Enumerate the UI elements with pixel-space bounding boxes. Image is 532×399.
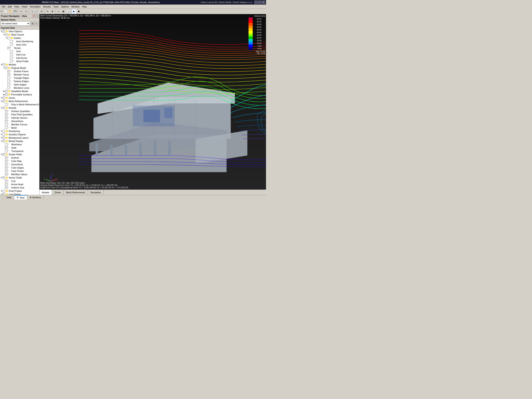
tree-item-23[interactable]: ▫Only in Mesh Refinement Editor <box>0 103 39 106</box>
tree-expand-icon[interactable]: ▼ <box>0 153 2 155</box>
tree-expand-icon[interactable] <box>5 74 7 76</box>
toolbar-zoom-out[interactable]: 🔎 <box>34 9 39 14</box>
tree-item-33[interactable]: ▼📁Background Layers <box>0 136 39 139</box>
tree-checkbox[interactable] <box>5 117 7 119</box>
tree-container[interactable]: ▼📁View Options▼📁Wind Tunnel▼📁Outline▫Axe… <box>0 30 39 195</box>
tree-expand-icon[interactable]: ▼ <box>0 140 2 142</box>
tree-item-41[interactable]: ▫Isosurfaces <box>0 163 39 166</box>
tree-item-31[interactable]: ▼📁Numbering <box>0 129 39 133</box>
tree-item-2[interactable]: ▼📁Wind Tunnel <box>0 33 39 36</box>
tree-item-36[interactable]: ▫Solid <box>0 146 39 149</box>
toolbar-stop[interactable]: ⏹ <box>76 9 81 14</box>
tree-expand-icon[interactable] <box>8 40 10 42</box>
tree-item-6[interactable]: ▫Terrain <box>0 46 39 50</box>
menu-item-options[interactable]: Options <box>60 5 70 8</box>
tree-expand-icon[interactable] <box>3 127 5 129</box>
tree-checkbox[interactable] <box>5 67 7 69</box>
tree-checkbox[interactable] <box>5 110 7 112</box>
tree-checkbox[interactable] <box>5 163 7 166</box>
tree-item-14[interactable]: ▫Member Faces <box>0 73 39 76</box>
status-tab-view[interactable]: 👁View <box>14 195 27 200</box>
tree-item-30[interactable]: ▫Mesh <box>0 126 39 129</box>
tree-checkbox[interactable] <box>5 127 7 129</box>
tree-expand-icon[interactable] <box>3 147 5 149</box>
menu-item-edit[interactable]: Edit <box>7 5 13 8</box>
status-tab-sections[interactable]: ⊞Sections <box>27 195 44 200</box>
tree-item-48[interactable]: ▫Uniform Size <box>0 186 39 189</box>
tree-checkbox[interactable] <box>2 107 5 109</box>
tree-item-39[interactable]: ▫Isolines <box>0 156 39 159</box>
tree-expand-icon[interactable] <box>3 180 5 182</box>
tree-item-49[interactable]: ▼📁Point Probes <box>0 189 39 193</box>
tree-item-3[interactable]: ▼📁Outline <box>0 36 39 40</box>
tree-expand-icon[interactable] <box>8 60 10 62</box>
tree-expand-icon[interactable] <box>3 187 5 189</box>
toolbar-zoom-in[interactable]: 🔍 <box>30 9 34 14</box>
panel-close-button[interactable]: ✕ <box>36 14 38 18</box>
tree-checkbox[interactable] <box>10 53 13 56</box>
tree-item-8[interactable]: ▫Inlet Line <box>0 53 39 56</box>
tree-checkbox[interactable] <box>5 173 7 176</box>
tree-item-26[interactable]: ▫Flow Field Quantities <box>0 113 39 116</box>
tree-expand-icon[interactable]: ▼ <box>5 37 7 39</box>
tree-checkbox[interactable] <box>5 166 7 169</box>
named-views-select[interactable]: No named views <box>1 21 30 25</box>
tree-item-40[interactable]: ▫Color Map <box>0 159 39 163</box>
tree-item-4[interactable]: ▫Axes Numbering <box>0 40 39 43</box>
menu-item-insert[interactable]: Insert <box>20 5 29 8</box>
tree-checkbox[interactable] <box>7 83 10 86</box>
tree-checkbox[interactable] <box>7 87 10 89</box>
tree-expand-icon[interactable] <box>8 57 10 59</box>
tree-expand-icon[interactable] <box>3 157 5 159</box>
tree-checkbox[interactable] <box>2 153 5 156</box>
maximize-button[interactable]: □ <box>258 1 261 4</box>
tree-item-21[interactable]: ▼📁Zones <box>0 96 39 100</box>
tree-expand-icon[interactable] <box>5 70 7 72</box>
tree-item-1[interactable]: ▼📁View Options <box>0 30 39 33</box>
tree-expand-icon[interactable] <box>3 110 5 112</box>
tree-item-27[interactable]: ▫Velocity Vectors <box>0 116 39 120</box>
tree-expand-icon[interactable]: ▶ <box>3 90 5 92</box>
toolbar-pan[interactable]: ✥ <box>50 9 55 14</box>
tree-checkbox[interactable] <box>5 186 7 189</box>
tree-expand-icon[interactable] <box>5 87 7 89</box>
tree-expand-icon[interactable] <box>3 170 5 172</box>
tree-checkbox[interactable] <box>2 97 5 99</box>
tree-expand-icon[interactable] <box>3 167 5 169</box>
tree-checkbox[interactable] <box>10 50 13 53</box>
tree-checkbox[interactable] <box>5 90 7 93</box>
tree-expand-icon[interactable] <box>8 54 10 56</box>
tree-checkbox[interactable] <box>2 133 5 136</box>
tree-item-16[interactable]: ▫Feature Edges <box>0 80 39 83</box>
toolbar-run[interactable]: ▶ <box>72 9 76 14</box>
tree-item-24[interactable]: ▼📁Results <box>0 106 39 109</box>
menu-item-window[interactable]: Window <box>70 5 81 8</box>
tree-checkbox[interactable] <box>10 57 13 59</box>
tree-checkbox[interactable] <box>7 47 10 49</box>
tree-item-17[interactable]: ▫Open Edges <box>0 83 39 86</box>
tree-expand-icon[interactable] <box>3 103 5 106</box>
tree-expand-icon[interactable]: ▼ <box>0 190 2 192</box>
tree-expand-icon[interactable]: ▼ <box>3 34 5 36</box>
tree-item-7[interactable]: ▫Grid <box>0 50 39 53</box>
toolbar-redo[interactable]: ↪ <box>24 9 28 14</box>
tree-item-12[interactable]: ▼📁Original Model <box>0 66 39 70</box>
tree-expand-icon[interactable]: ▼ <box>0 30 2 32</box>
named-views-list[interactable]: ≡ <box>35 22 38 25</box>
tree-checkbox[interactable] <box>2 63 5 66</box>
tree-expand-icon[interactable] <box>5 80 7 82</box>
tree-item-46[interactable]: ▫Line <box>0 179 39 183</box>
viewport-tab-models[interactable]: Models <box>39 190 52 195</box>
tree-item-47[interactable]: ▫Arrow Head <box>0 183 39 186</box>
tree-checkbox[interactable] <box>10 40 13 43</box>
tree-item-10[interactable]: ▫Wind Profile <box>0 60 39 63</box>
tree-item-44[interactable]: ▫Min/Max Values <box>0 173 39 176</box>
toolbar-open[interactable]: 📂 <box>8 9 13 14</box>
tree-checkbox[interactable] <box>7 77 10 79</box>
menu-item-results[interactable]: Results <box>42 5 52 8</box>
tree-expand-icon[interactable] <box>5 83 7 86</box>
tree-checkbox[interactable] <box>10 44 13 46</box>
tree-item-19[interactable]: ▶📁Simplified Model <box>0 89 39 93</box>
tree-checkbox[interactable] <box>2 137 5 139</box>
menu-item-help[interactable]: Help <box>81 5 88 8</box>
